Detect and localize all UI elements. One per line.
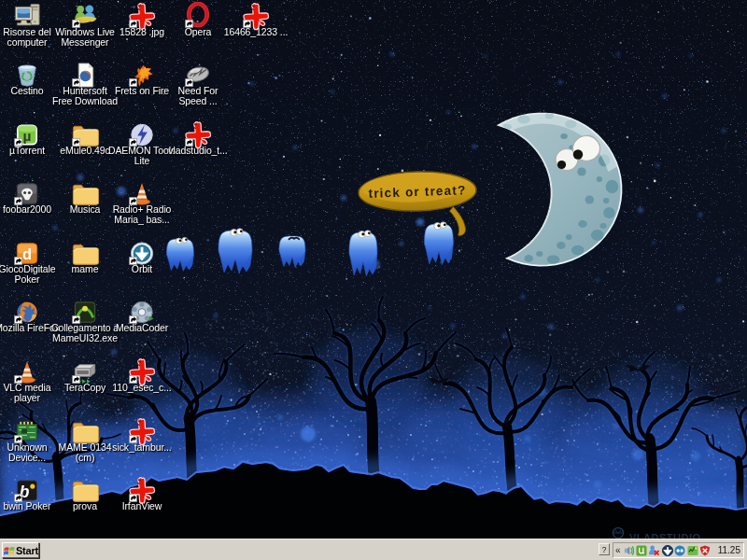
svg-text:VLADSTUDIO: VLADSTUDIO	[629, 532, 701, 539]
